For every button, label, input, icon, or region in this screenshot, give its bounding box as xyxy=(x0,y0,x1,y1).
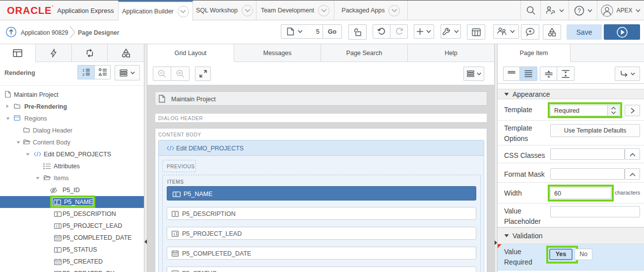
svg-text:?: ? xyxy=(578,7,581,14)
svg-text:1: 1 xyxy=(173,232,176,236)
svg-text:1: 1 xyxy=(56,224,58,228)
svg-text:1: 1 xyxy=(82,68,85,72)
svg-text:2: 2 xyxy=(82,72,85,76)
